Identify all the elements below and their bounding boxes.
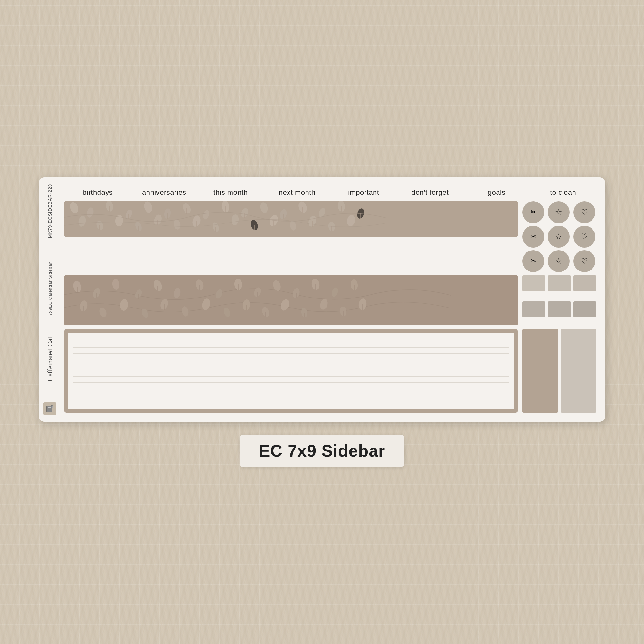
header-important: important bbox=[330, 188, 397, 197]
small-rect-6 bbox=[573, 301, 596, 317]
notepad-sticker bbox=[64, 329, 518, 413]
tall-rect-stickers-col bbox=[522, 329, 596, 413]
main-container: MK79-ECSIDEBAR-220 7x9EC Calendar Sideba… bbox=[39, 177, 605, 467]
header-next-month: next month bbox=[264, 188, 331, 197]
notepad-line-6 bbox=[73, 365, 509, 371]
notepad-line-3 bbox=[73, 348, 509, 354]
notepad-line-1 bbox=[73, 336, 509, 342]
header-to-clean: to clean bbox=[530, 188, 597, 197]
header-dont-forget: don't forget bbox=[397, 188, 464, 197]
notepad-line-5 bbox=[73, 359, 509, 365]
bottom-title-card: EC 7x9 Sidebar bbox=[240, 435, 405, 467]
small-rect-4 bbox=[522, 301, 545, 317]
svg-rect-1 bbox=[48, 407, 51, 408]
product-code-label: MK79-ECSIDEBAR-220 bbox=[47, 184, 52, 238]
circle-sticker-heart-2: ♡ bbox=[573, 226, 595, 248]
notepad-line-7 bbox=[73, 371, 509, 377]
header-row: birthdays anniversaries this month next … bbox=[64, 185, 596, 201]
notepad-line-9 bbox=[73, 383, 509, 388]
side-labels: MK79-ECSIDEBAR-220 7x9EC Calendar Sideba… bbox=[39, 177, 61, 422]
bottom-title: EC 7x9 Sidebar bbox=[259, 441, 385, 460]
tall-sticker-2 bbox=[561, 329, 596, 413]
tall-sticker-1 bbox=[522, 329, 558, 413]
small-rect-stickers-grid bbox=[522, 275, 596, 325]
small-rect-2 bbox=[548, 275, 571, 291]
sticker-rows: ✂ ☆ ♡ ✂ ☆ ♡ ✂ ☆ ♡ bbox=[64, 201, 596, 413]
circle-stickers-grid: ✂ ☆ ♡ ✂ ☆ ♡ ✂ ☆ ♡ bbox=[522, 201, 596, 272]
notepad-line-11 bbox=[73, 394, 509, 400]
banner-strip-1 bbox=[64, 201, 518, 237]
notepad-line-12 bbox=[73, 400, 509, 406]
header-anniversaries: anniversaries bbox=[131, 188, 198, 197]
circle-sticker-star-3: ☆ bbox=[548, 250, 570, 272]
circle-sticker-heart-3: ♡ bbox=[573, 250, 595, 272]
svg-rect-3 bbox=[51, 405, 53, 408]
svg-rect-67 bbox=[64, 275, 518, 325]
svg-rect-4 bbox=[64, 201, 518, 237]
notepad-line-4 bbox=[73, 354, 509, 359]
circle-sticker-scissors-1: ✂ bbox=[522, 201, 544, 223]
header-this-month: this month bbox=[197, 188, 264, 197]
notepad-line-10 bbox=[73, 388, 509, 394]
circle-sticker-heart-1: ♡ bbox=[573, 201, 595, 223]
small-rect-5 bbox=[548, 301, 571, 317]
notepad-line-8 bbox=[73, 377, 509, 383]
header-birthdays: birthdays bbox=[64, 188, 131, 197]
sheet-content: birthdays anniversaries this month next … bbox=[61, 177, 605, 422]
sticker-sheet: MK79-ECSIDEBAR-220 7x9EC Calendar Sideba… bbox=[39, 177, 605, 422]
circle-sticker-star-2: ☆ bbox=[548, 226, 570, 248]
circle-sticker-scissors-2: ✂ bbox=[522, 226, 544, 248]
notepad-line-2 bbox=[73, 342, 509, 348]
notepad-lines bbox=[68, 333, 514, 409]
svg-rect-2 bbox=[48, 409, 50, 409]
small-rect-3 bbox=[573, 275, 596, 291]
brand-icon bbox=[43, 402, 56, 415]
brand-label: Caffeinated Cat bbox=[46, 337, 54, 381]
circle-sticker-scissors-3: ✂ bbox=[522, 250, 544, 272]
circle-sticker-star-1: ☆ bbox=[548, 201, 570, 223]
header-goals: goals bbox=[463, 188, 530, 197]
product-name-label: 7x9EC Calendar Sidebar bbox=[48, 262, 52, 316]
banner-strip-2 bbox=[64, 275, 518, 325]
small-rect-1 bbox=[522, 275, 545, 291]
